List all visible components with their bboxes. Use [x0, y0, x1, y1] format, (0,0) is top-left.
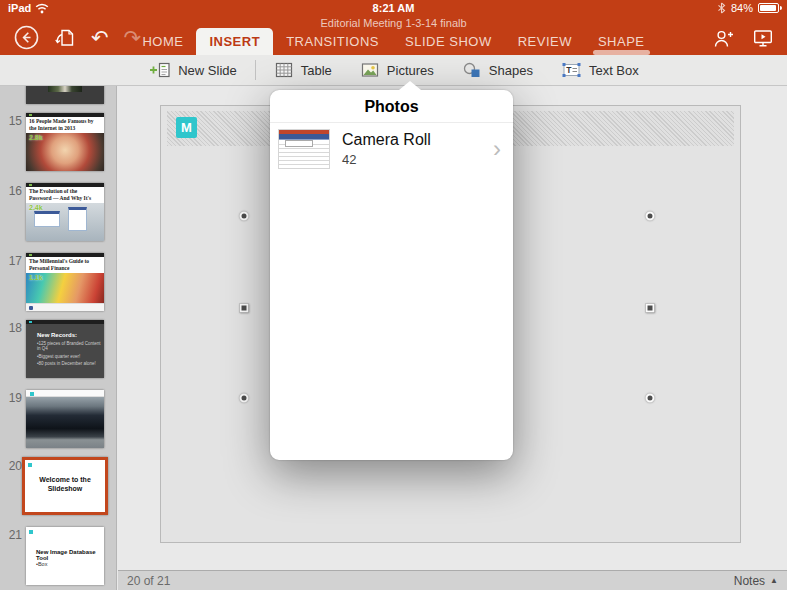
- slide-number: 20: [2, 459, 22, 473]
- thumbnail-title: Welcome to the Slideshow: [25, 475, 105, 493]
- slide-thumbnail-15[interactable]: 16 People Made Famous by the Internet in…: [26, 113, 104, 171]
- toolbar-divider: [255, 60, 256, 80]
- thumbnail-title: New Records:: [37, 332, 104, 338]
- tab-shape[interactable]: SHAPE: [585, 28, 658, 55]
- slide-number: 21: [2, 528, 22, 542]
- thumbnail-detail: [68, 207, 87, 231]
- thumbnail-bullet: •125 pieces of Branded Content in Q4: [37, 341, 104, 351]
- table-label: Table: [301, 63, 332, 78]
- page-indicator: 20 of 21: [127, 574, 170, 588]
- slide-number: 19: [2, 391, 22, 405]
- ribbon-right-icons: [713, 29, 773, 48]
- mashable-logo: M: [176, 117, 197, 138]
- pictures-button[interactable]: Pictures: [350, 55, 444, 85]
- selection-handle-bottom-left[interactable]: [240, 394, 249, 403]
- status-bar: iPad 8:21 AM 84%: [8, 2, 779, 17]
- text-box-icon: T: [561, 61, 582, 79]
- new-slide-label: New Slide: [178, 63, 237, 78]
- ribbon-tabs: HOME INSERT TRANSITIONS SLIDE SHOW REVIE…: [0, 28, 787, 55]
- pictures-label: Pictures: [387, 63, 434, 78]
- shapes-button[interactable]: Shapes: [452, 55, 543, 85]
- bluetooth-icon: [717, 2, 726, 14]
- slide-number: 16: [2, 184, 22, 198]
- battery-icon: [758, 3, 779, 13]
- selection-handle-top-left[interactable]: [240, 212, 249, 221]
- status-footer: 20 of 21 Notes ▲: [118, 570, 787, 590]
- table-icon: [274, 61, 294, 79]
- notes-label: Notes: [734, 574, 765, 588]
- slide-number: 15: [2, 114, 22, 128]
- thumbnail-title: 16 People Made Famous by the Internet in…: [26, 117, 104, 133]
- thumbnail-detail: [34, 211, 60, 227]
- battery-percent: 84%: [731, 2, 753, 14]
- top-bar: iPad 8:21 AM 84% Editorial Meeting 1-3-1…: [0, 0, 787, 55]
- thumbnail-detail: [285, 140, 313, 147]
- slide-thumbnail-21[interactable]: New Image Database Tool •Box: [26, 527, 104, 585]
- table-button[interactable]: Table: [264, 55, 342, 85]
- tab-review[interactable]: REVIEW: [505, 28, 585, 55]
- thumbnail-detail: [26, 303, 104, 311]
- thumbnail-title: The Evolution of the Password — And Why …: [26, 187, 104, 203]
- text-box-button[interactable]: T Text Box: [551, 55, 649, 85]
- slide-thumbnail-14-partial[interactable]: [26, 86, 104, 104]
- tab-home[interactable]: HOME: [129, 28, 196, 55]
- slide-number: 17: [2, 254, 22, 268]
- album-info: Camera Roll 42: [342, 131, 431, 167]
- tab-transitions[interactable]: TRANSITIONS: [273, 28, 392, 55]
- svg-text:T: T: [566, 65, 572, 75]
- pictures-icon: [360, 61, 380, 79]
- present-button[interactable]: [753, 29, 773, 48]
- shapes-label: Shapes: [489, 63, 533, 78]
- share-count: 2.4k: [29, 204, 43, 211]
- slide-thumbnail-panel[interactable]: 15 16 People Made Famous by the Internet…: [0, 86, 117, 590]
- wifi-icon: [35, 3, 49, 14]
- thumbnail-header-strip: [26, 320, 104, 324]
- chevron-right-icon: ›: [493, 137, 501, 161]
- thumbnail-title: New Image Database Tool: [36, 549, 104, 561]
- slide-thumbnail-16[interactable]: The Evolution of the Password — And Why …: [26, 183, 104, 241]
- album-name: Camera Roll: [342, 131, 431, 149]
- thumbnail-bullet: •80 posts in December alone!: [37, 361, 104, 366]
- selection-handle-mid-left[interactable]: [240, 304, 249, 313]
- slide-number: 18: [2, 321, 22, 335]
- popover-title: Photos: [270, 90, 513, 123]
- thumbnail-bullet: •Biggest quarter ever!: [37, 354, 104, 359]
- slide-thumbnail-18[interactable]: New Records: •125 pieces of Branded Cont…: [26, 320, 104, 378]
- share-count: 2.8k: [29, 134, 43, 141]
- album-thumbnail: [278, 129, 330, 169]
- notes-expand-icon: ▲: [770, 576, 778, 585]
- slide-thumbnail-19[interactable]: [26, 390, 104, 448]
- album-count: 42: [342, 152, 431, 167]
- thumbnail-subtitle: •Box: [36, 561, 47, 567]
- selection-handle-top-right[interactable]: [646, 212, 655, 221]
- thumbnail-photo: [48, 86, 82, 92]
- notes-toggle[interactable]: Notes ▲: [734, 574, 778, 588]
- powerpoint-ipad-app: iPad 8:21 AM 84% Editorial Meeting 1-3-1…: [0, 0, 787, 590]
- text-box-label: Text Box: [589, 63, 639, 78]
- album-row-camera-roll[interactable]: Camera Roll 42 ›: [270, 123, 513, 175]
- battery-status: 84%: [717, 2, 779, 14]
- thumbnail-title: The Millennial's Guide to Personal Finan…: [26, 257, 104, 273]
- selection-handle-mid-right[interactable]: [646, 304, 655, 313]
- thumbnail-header-strip: [26, 253, 104, 257]
- clock: 8:21 AM: [373, 2, 415, 14]
- shapes-icon: [462, 61, 482, 79]
- mashable-logo-chip: [29, 530, 33, 534]
- selection-handle-bottom-right[interactable]: [646, 394, 655, 403]
- photos-popover: Photos Camera Roll 42 ›: [270, 90, 513, 460]
- thumbnail-header-strip: [26, 390, 104, 397]
- device-label: iPad: [8, 2, 31, 14]
- new-slide-icon: [148, 61, 171, 79]
- share-people-button[interactable]: [713, 29, 735, 48]
- thumbnail-photo: [26, 397, 104, 448]
- new-slide-button[interactable]: New Slide: [138, 55, 247, 85]
- thumbnail-header-strip: [26, 113, 104, 117]
- tab-insert[interactable]: INSERT: [196, 28, 273, 55]
- slide-thumbnail-17[interactable]: The Millennial's Guide to Personal Finan…: [26, 253, 104, 311]
- mashable-logo-chip: [28, 463, 32, 467]
- tab-slide-show[interactable]: SLIDE SHOW: [392, 28, 505, 55]
- share-count: 1.1k: [29, 274, 43, 281]
- insert-toolbar: New Slide Table Pictures Shapes: [0, 55, 787, 86]
- slide-thumbnail-20-selected[interactable]: Welcome to the Slideshow: [22, 457, 108, 515]
- thumbnail-header-strip: [26, 183, 104, 187]
